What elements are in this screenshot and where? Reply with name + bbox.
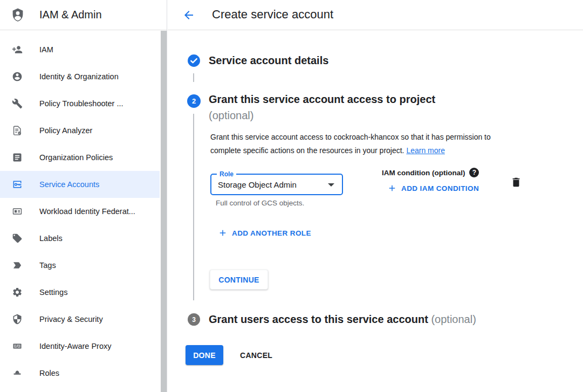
continue-button[interactable]: CONTINUE [210, 270, 268, 290]
add-iam-condition-button[interactable]: ADD IAM CONDITION [387, 183, 479, 193]
policy-doc-icon [12, 125, 23, 136]
sidebar-item-label: Tags [39, 261, 56, 270]
sidebar-item-label: Privacy & Security [39, 315, 103, 324]
sidebar-item-settings[interactable]: Settings [0, 279, 160, 306]
wrench-icon [12, 98, 23, 109]
sidebar-item-label: Roles [39, 369, 59, 377]
step2-optional-label: (optional) [209, 107, 435, 123]
stepper-connector [193, 114, 194, 300]
step1-check-icon [187, 54, 201, 67]
sidebar-item-label: Identity & Organization [39, 72, 119, 81]
iam-condition-label: IAM condition (optional) [382, 169, 465, 177]
role-select[interactable]: Role Storage Object Admin [210, 174, 343, 195]
sidebar-item-label: Settings [39, 288, 67, 297]
article-icon [12, 152, 23, 163]
service-account-key-icon [12, 179, 23, 190]
sidebar-item-roles[interactable]: Roles [0, 360, 160, 387]
person-circle-icon [12, 71, 23, 82]
striped-card-icon [12, 341, 23, 352]
sidebar-header: IAM & Admin [0, 0, 167, 30]
sidebar: IAM & Admin IAMIdentity & OrganizationPo… [0, 0, 167, 392]
plus-icon [218, 228, 228, 238]
step2-description: Grant this service account access to coc… [210, 130, 512, 157]
step3-title-text: Grant users access to this service accou… [209, 313, 428, 325]
sidebar-item-label: Policy Analyzer [39, 126, 92, 135]
iam-admin-shield-icon [10, 7, 26, 23]
sidebar-item-organization-policies[interactable]: Organization Policies [0, 144, 160, 171]
add-another-role-button[interactable]: ADD ANOTHER ROLE [218, 228, 311, 238]
done-button[interactable]: DONE [186, 345, 223, 365]
sidebar-scrollbar[interactable] [161, 31, 167, 392]
role-helper-text: Full control of GCS objects. [216, 199, 304, 207]
sidebar-item-service-accounts[interactable]: Service Accounts [0, 171, 160, 198]
iam-admin-console: IAM & Admin IAMIdentity & OrganizationPo… [0, 0, 583, 392]
step3-title: Grant users access to this service accou… [209, 313, 476, 326]
role-field-label: Role [217, 170, 236, 178]
help-icon[interactable] [469, 168, 479, 177]
page-header: Create service account [168, 0, 583, 30]
person-add-icon [12, 44, 23, 55]
main-panel: Create service account Service account d… [168, 0, 583, 392]
back-arrow-icon[interactable] [182, 9, 195, 22]
role-selected-value: Storage Object Admin [218, 180, 297, 189]
product-title: IAM & Admin [39, 9, 102, 21]
sidebar-item-privacy-security[interactable]: Privacy & Security [0, 306, 160, 333]
step2-title: Grant this service account access to pro… [209, 91, 435, 123]
sidebar-item-label: Policy Troubleshooter ... [39, 99, 124, 108]
sidebar-item-identity-aware-proxy[interactable]: Identity-Aware Proxy [0, 333, 160, 360]
sidebar-item-workload-identity-federation[interactable]: Workload Identity Federat... [0, 198, 160, 225]
learn-more-link[interactable]: Learn more [406, 146, 445, 155]
hat-icon [12, 368, 23, 379]
dropdown-caret-icon [328, 183, 334, 187]
sidebar-item-policy-analyzer[interactable]: Policy Analyzer [0, 117, 160, 144]
shield-half-icon [12, 314, 23, 325]
label-arrow-icon [12, 260, 23, 271]
step3-optional-label: (optional) [431, 313, 476, 325]
sidebar-item-label: Service Accounts [39, 180, 99, 189]
sidebar-item-label: Workload Identity Federat... [39, 207, 135, 216]
sidebar-item-labels[interactable]: Labels [0, 225, 160, 252]
delete-role-trash-icon[interactable] [510, 176, 522, 189]
tag-icon [12, 233, 23, 244]
sidebar-item-identity-organization[interactable]: Identity & Organization [0, 63, 160, 90]
sidebar-nav: IAMIdentity & OrganizationPolicy Trouble… [0, 36, 160, 387]
sidebar-item-label: Organization Policies [39, 153, 113, 162]
sidebar-item-tags[interactable]: Tags [0, 252, 160, 279]
badge-card-icon [12, 206, 23, 217]
sidebar-item-policy-troubleshooter[interactable]: Policy Troubleshooter ... [0, 90, 160, 117]
step2-number-badge: 2 [187, 94, 201, 108]
step2-title-text: Grant this service account access to pro… [209, 93, 435, 105]
sidebar-item-label: Labels [39, 234, 63, 243]
page-title: Create service account [212, 8, 333, 22]
iam-condition-header: IAM condition (optional) [382, 168, 479, 177]
gear-icon [12, 287, 23, 298]
sidebar-item-iam[interactable]: IAM [0, 36, 160, 63]
plus-icon [387, 183, 397, 193]
step3-number-badge: 3 [188, 313, 200, 326]
cancel-button[interactable]: CANCEL [240, 345, 272, 365]
step1-title: Service account details [209, 54, 328, 67]
sidebar-item-label: IAM [39, 45, 53, 54]
stepper-connector [193, 73, 194, 82]
sidebar-item-label: Identity-Aware Proxy [39, 342, 112, 350]
